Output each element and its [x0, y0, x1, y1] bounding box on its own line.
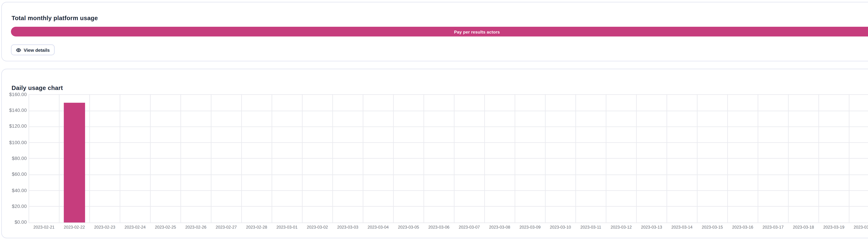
- gridline-vertical: [667, 94, 668, 222]
- x-axis-tick-label: 2023-02-22: [59, 225, 90, 229]
- gridline-vertical: [393, 94, 394, 222]
- gridline-vertical: [333, 94, 333, 222]
- x-axis-tick-label: 2023-03-15: [697, 225, 727, 229]
- gridline-vertical: [363, 94, 364, 222]
- gridline-horizontal: [29, 190, 868, 191]
- y-axis-tick-label: $20.00: [2, 204, 27, 209]
- x-axis-tick-label: 2023-03-11: [576, 225, 606, 229]
- gridline-vertical: [181, 94, 181, 222]
- gridline-vertical: [424, 94, 425, 222]
- x-axis-tick-label: 2023-03-12: [606, 225, 637, 229]
- monthly-usage-bar-segment: Pay per results actors: [11, 27, 868, 36]
- gridline-vertical: [272, 94, 273, 222]
- gridline-horizontal: [29, 174, 868, 175]
- x-axis-tick-label: 2023-03-18: [788, 225, 819, 229]
- chart-bar: [64, 103, 85, 222]
- x-axis-tick-label: 2023-03-16: [727, 225, 758, 229]
- gridline-horizontal: [29, 94, 868, 95]
- gridline-vertical: [697, 94, 698, 222]
- gridline-vertical: [59, 94, 60, 222]
- gridline-horizontal: [29, 126, 868, 127]
- monthly-usage-bar-label: Pay per results actors: [454, 30, 500, 34]
- x-axis-tick-label: 2023-02-27: [211, 225, 242, 229]
- page: Total monthly platform usage $150.00 Pay…: [0, 0, 868, 239]
- gridline-horizontal: [29, 143, 868, 143]
- gridline-vertical: [485, 94, 485, 222]
- gridline-vertical: [242, 94, 242, 222]
- x-axis-tick-label: 2023-03-17: [758, 225, 788, 229]
- x-axis-tick-label: 2023-03-14: [667, 225, 697, 229]
- x-axis-tick-label: 2023-03-09: [515, 225, 545, 229]
- x-axis-tick-label: 2023-02-26: [181, 225, 211, 229]
- gridline-vertical: [302, 94, 303, 222]
- monthly-usage-title: Total monthly platform usage: [12, 15, 98, 22]
- x-axis-tick-label: 2023-03-10: [545, 225, 576, 229]
- daily-usage-bar-chart: $0.00$20.00$40.00$60.00$80.00$100.00$120…: [2, 69, 868, 239]
- y-axis-tick-label: $40.00: [2, 187, 27, 193]
- x-axis-tick-label: 2023-03-01: [272, 225, 302, 229]
- x-axis-tick-label: 2023-02-23: [90, 225, 120, 229]
- x-axis-tick-label: 2023-02-25: [150, 225, 181, 229]
- view-details-button[interactable]: View details: [11, 44, 55, 55]
- gridline-horizontal: [29, 222, 868, 223]
- x-axis-tick-label: 2023-03-03: [333, 225, 363, 229]
- y-axis-tick-label: $160.00: [2, 92, 27, 97]
- x-axis-tick-label: 2023-03-06: [424, 225, 454, 229]
- eye-icon: [16, 47, 21, 53]
- gridline-vertical: [758, 94, 758, 222]
- x-axis-tick-label: 2023-02-28: [242, 225, 272, 229]
- gridline-vertical: [606, 94, 607, 222]
- gridline-vertical: [727, 94, 728, 222]
- gridline-vertical: [454, 94, 455, 222]
- y-axis-tick-label: $100.00: [2, 140, 27, 145]
- x-axis-tick-label: 2023-03-13: [637, 225, 667, 229]
- y-axis-tick-label: $80.00: [2, 156, 27, 161]
- gridline-vertical: [211, 94, 212, 222]
- gridline-horizontal: [29, 111, 868, 111]
- x-axis-tick-label: 2023-03-20: [849, 225, 868, 229]
- view-details-label: View details: [24, 47, 50, 53]
- y-axis-tick-label: $140.00: [2, 108, 27, 113]
- x-axis-tick-label: 2023-03-19: [819, 225, 849, 229]
- x-axis-tick-label: 2023-03-05: [393, 225, 424, 229]
- gridline-vertical: [90, 94, 90, 222]
- y-axis-tick-label: $60.00: [2, 172, 27, 177]
- gridline-vertical: [637, 94, 637, 222]
- gridline-vertical: [150, 94, 151, 222]
- y-axis-tick-label: $120.00: [2, 124, 27, 129]
- x-axis-tick-label: 2023-03-07: [454, 225, 485, 229]
- gridline-vertical: [29, 94, 30, 222]
- x-axis-tick-label: 2023-03-02: [302, 225, 333, 229]
- x-axis-tick-label: 2023-03-08: [485, 225, 515, 229]
- gridline-vertical: [788, 94, 789, 222]
- daily-usage-card: Daily usage chart Absolute Cumulative $0…: [1, 69, 868, 238]
- x-axis-tick-label: 2023-03-04: [363, 225, 393, 229]
- gridline-vertical: [545, 94, 546, 222]
- gridline-vertical: [819, 94, 819, 222]
- gridline-vertical: [576, 94, 576, 222]
- gridline-horizontal: [29, 206, 868, 207]
- gridline-vertical: [515, 94, 516, 222]
- y-axis-tick-label: $0.00: [2, 219, 27, 225]
- gridline-vertical: [120, 94, 121, 222]
- gridline-horizontal: [29, 158, 868, 159]
- gridline-vertical: [849, 94, 850, 222]
- x-axis-tick-label: 2023-02-21: [29, 225, 59, 229]
- x-axis-tick-label: 2023-02-24: [120, 225, 150, 229]
- monthly-usage-card: Total monthly platform usage $150.00 Pay…: [1, 2, 868, 61]
